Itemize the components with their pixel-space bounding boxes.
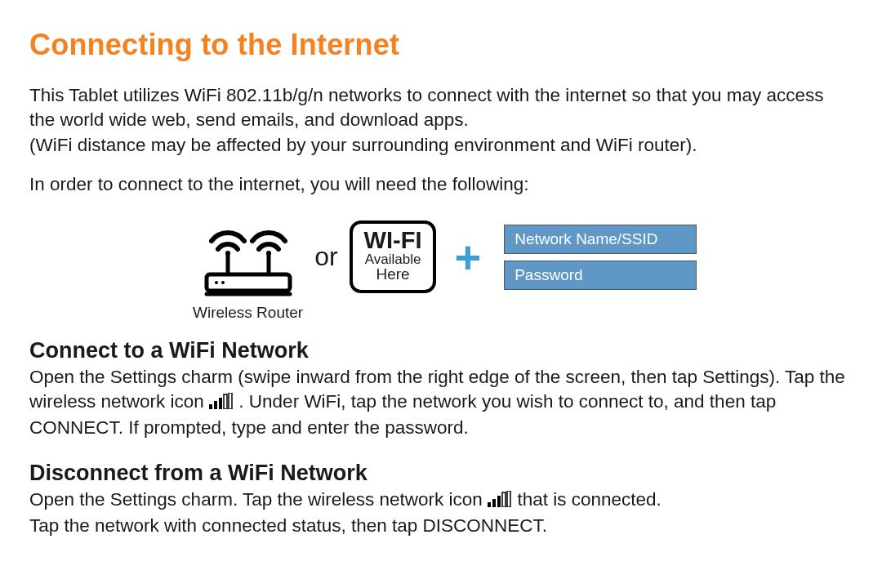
wifi-sign-line1: WI-FI: [364, 229, 422, 252]
intro-paragraph-1: This Tablet utilizes WiFi 802.11b/g/n ne…: [29, 83, 853, 158]
signal-bars-icon: [488, 489, 512, 514]
svg-point-6: [215, 281, 218, 284]
wifi-sign-line2: Available: [364, 252, 422, 267]
disconnect-text-c: Tap the network with connected status, t…: [29, 515, 547, 536]
svg-rect-4: [207, 274, 290, 291]
svg-point-3: [266, 251, 271, 256]
disconnect-text-b: that is connected.: [517, 489, 661, 510]
svg-rect-11: [224, 394, 227, 409]
disconnect-text-a: Open the Settings charm. Tap the wireles…: [29, 489, 488, 510]
router-label: Wireless Router: [193, 304, 303, 322]
intro-text-1b: (WiFi distance may be affected by your s…: [29, 135, 697, 155]
or-text: or: [314, 242, 337, 272]
wifi-sign-line3: Here: [364, 266, 422, 283]
manual-page: Connecting to the Internet This Tablet u…: [0, 0, 882, 588]
connect-heading: Connect to a WiFi Network: [29, 338, 853, 363]
svg-rect-16: [502, 492, 506, 507]
svg-point-2: [225, 251, 230, 256]
disconnect-heading: Disconnect from a WiFi Network: [29, 461, 853, 486]
svg-rect-8: [209, 404, 212, 409]
password-box: Password: [504, 261, 697, 290]
svg-rect-15: [497, 496, 501, 507]
svg-rect-12: [229, 393, 232, 409]
intro-paragraph-2: In order to connect to the internet, you…: [29, 172, 853, 197]
svg-rect-10: [219, 398, 222, 409]
router-group: Wireless Router: [193, 212, 303, 322]
svg-point-7: [221, 281, 225, 284]
requirements-diagram: Wireless Router or WI-FI Available Here …: [29, 212, 853, 322]
intro-text-1: This Tablet utilizes WiFi 802.11b/g/n ne…: [29, 85, 824, 130]
disconnect-paragraph: Open the Settings charm. Tap the wireles…: [29, 488, 853, 539]
svg-rect-13: [488, 502, 491, 507]
svg-rect-14: [492, 499, 496, 507]
signal-bars-icon: [209, 391, 234, 416]
credentials-group: Network Name/SSID Password: [504, 225, 697, 290]
ssid-box: Network Name/SSID: [504, 225, 697, 254]
wifi-available-sign: WI-FI Available Here: [350, 220, 437, 294]
connect-paragraph: Open the Settings charm (swipe inward fr…: [29, 365, 853, 441]
plus-icon: +: [454, 234, 481, 280]
svg-rect-17: [507, 491, 510, 507]
svg-rect-9: [214, 401, 217, 409]
wireless-router-icon: [195, 212, 301, 302]
page-title: Connecting to the Internet: [29, 28, 853, 62]
